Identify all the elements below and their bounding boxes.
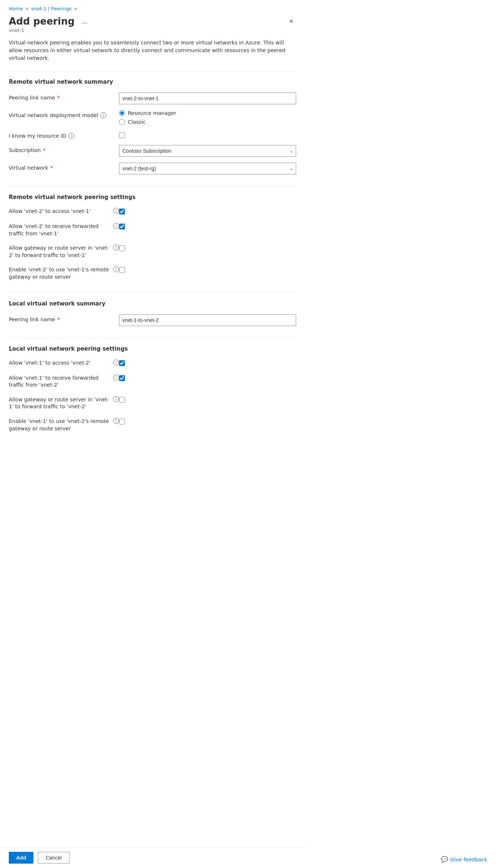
- local-peering-link-label: Peering link name *: [9, 314, 119, 322]
- required-indicator: *: [43, 147, 46, 153]
- radio-classic[interactable]: Classic: [119, 119, 296, 125]
- required-indicator: *: [57, 95, 60, 101]
- remote-allow-access-label: Allow 'vnet-2' to access 'vnet-1' i: [9, 208, 119, 215]
- add-button[interactable]: Add: [9, 852, 33, 864]
- remote-peering-settings-title: Remote virtual network peering settings: [9, 194, 296, 200]
- required-indicator: *: [50, 165, 53, 171]
- page-title: Add peering: [9, 16, 75, 27]
- required-indicator: *: [57, 317, 60, 322]
- local-summary-title: Local virtual network summary: [9, 300, 296, 307]
- remote-enable-gateway-label: Enable 'vnet-2' to use 'vnet-1's remote …: [9, 266, 119, 281]
- resource-id-checkbox[interactable]: [119, 132, 125, 138]
- local-allow-forwarded-label: Allow 'vnet-1' to receive forwarded traf…: [9, 375, 119, 389]
- radio-resource-manager[interactable]: Resource manager: [119, 110, 296, 116]
- remote-enable-gateway-checkbox[interactable]: [119, 267, 125, 273]
- subscription-label: Subscription *: [9, 145, 119, 153]
- remote-peering-link-label: Peering link name *: [9, 93, 119, 101]
- local-allow-access-checkbox[interactable]: [119, 360, 125, 366]
- remote-enable-gateway-info-icon[interactable]: i: [113, 266, 119, 272]
- subscription-select[interactable]: Contoso Subscription: [119, 145, 296, 157]
- deployment-model-radio-group: Resource manager Classic: [119, 110, 296, 125]
- close-button[interactable]: ×: [286, 16, 296, 27]
- radio-resource-manager-label: Resource manager: [128, 110, 176, 116]
- resource-id-label: I know my resource ID i: [9, 131, 119, 139]
- remote-allow-gateway-checkbox[interactable]: [119, 245, 125, 251]
- local-allow-forwarded-info-icon[interactable]: i: [113, 375, 119, 380]
- local-allow-gateway-checkbox[interactable]: [119, 397, 125, 403]
- local-allow-gateway-label: Allow gateway or route server in 'vnet-1…: [9, 396, 119, 411]
- local-enable-gateway-checkbox[interactable]: [119, 419, 125, 424]
- local-allow-access-label: Allow 'vnet-1' to access 'vnet-2' i: [9, 359, 119, 367]
- breadcrumb: Home > vnet-1 | Peerings >: [9, 6, 296, 11]
- remote-allow-forwarded-checkbox[interactable]: [119, 224, 125, 229]
- remote-allow-access-checkbox[interactable]: [119, 209, 125, 214]
- breadcrumb-sep2: >: [74, 6, 78, 11]
- radio-resource-manager-input[interactable]: [119, 110, 125, 116]
- remote-summary-title: Remote virtual network summary: [9, 79, 296, 85]
- breadcrumb-vnet[interactable]: vnet-1 | Peerings: [31, 6, 71, 11]
- local-enable-gateway-label: Enable 'vnet-1' to use 'vnet-2's remote …: [9, 418, 119, 432]
- local-peering-settings-title: Local virtual network peering settings: [9, 346, 296, 352]
- virtual-network-label: Virtual network *: [9, 163, 119, 171]
- radio-classic-input[interactable]: [119, 119, 125, 125]
- remote-peering-link-input[interactable]: [119, 93, 296, 104]
- local-allow-gateway-info-icon[interactable]: i: [113, 396, 119, 402]
- more-options-button[interactable]: ...: [79, 16, 90, 27]
- virtual-network-select[interactable]: vnet-2 (test-rg): [119, 163, 296, 174]
- cancel-button[interactable]: Cancel: [38, 852, 69, 864]
- remote-allow-gateway-info-icon[interactable]: i: [113, 245, 119, 250]
- page-subtitle: vnet-1: [9, 28, 296, 33]
- bottom-action-bar: Add Cancel: [0, 847, 305, 868]
- resource-id-info-icon[interactable]: i: [68, 133, 74, 139]
- radio-classic-label: Classic: [128, 119, 145, 125]
- remote-allow-access-info-icon[interactable]: i: [113, 208, 119, 214]
- local-allow-access-info-icon[interactable]: i: [113, 359, 119, 365]
- page-description: Virtual network peering enables you to s…: [9, 39, 288, 62]
- remote-allow-forwarded-label: Allow 'vnet-2' to receive forwarded traf…: [9, 223, 119, 237]
- deployment-model-info-icon[interactable]: i: [100, 112, 106, 118]
- remote-allow-forwarded-info-icon[interactable]: i: [113, 223, 119, 229]
- local-enable-gateway-info-icon[interactable]: i: [113, 418, 119, 424]
- local-allow-forwarded-checkbox[interactable]: [119, 375, 125, 381]
- breadcrumb-home[interactable]: Home: [9, 6, 23, 11]
- deployment-model-label: Virtual network deployment model i: [9, 110, 119, 118]
- breadcrumb-sep1: >: [25, 6, 29, 11]
- remote-allow-gateway-label: Allow gateway or route server in 'vnet-2…: [9, 245, 119, 259]
- local-peering-link-input[interactable]: [119, 314, 296, 326]
